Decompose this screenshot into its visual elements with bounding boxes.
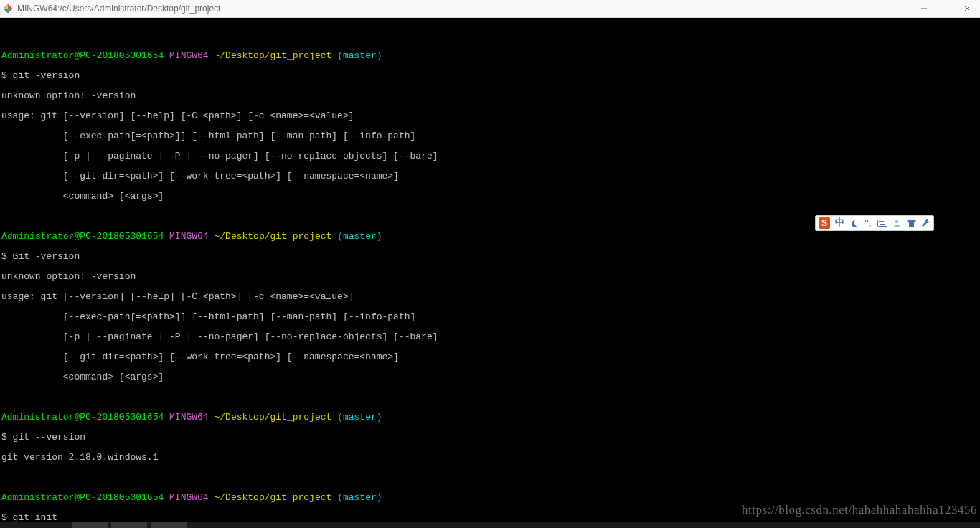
person-icon[interactable]: [892, 218, 902, 228]
svg-marker-3: [4, 4, 8, 9]
prompt-userhost: Administrator@PC-201805301654: [1, 231, 164, 242]
prompt-userhost: Administrator@PC-201805301654: [1, 412, 164, 423]
command-line: $ git --version: [1, 433, 979, 443]
window-title: MINGW64:/c/Users/Administrator/Desktop/g…: [17, 4, 220, 14]
wrench-icon[interactable]: [920, 218, 930, 228]
tshirt-icon[interactable]: [906, 218, 916, 228]
prompt-userhost: Administrator@PC-201805301654: [1, 492, 164, 503]
sogou-logo-icon[interactable]: S: [819, 217, 830, 229]
blank-line: [1, 473, 979, 483]
prompt-userhost: Administrator@PC-201805301654: [1, 50, 164, 61]
moon-icon[interactable]: [849, 218, 859, 228]
output-line: usage: git [--version] [--help] [-C <pat…: [1, 111, 979, 121]
output-line: [--git-dir=<path>] [--work-tree=<path>] …: [1, 352, 979, 362]
command-line: $ Git -version: [1, 252, 979, 262]
output-line: [--exec-path[=<path>]] [--html-path] [--…: [1, 131, 979, 141]
blank-line: [1, 392, 979, 402]
minimize-button[interactable]: [920, 4, 928, 13]
prompt-line: Administrator@PC-201805301654 MINGW64 ~/…: [1, 412, 979, 423]
maximize-button[interactable]: [941, 4, 950, 13]
ime-toolbar[interactable]: S 中 °,: [815, 215, 934, 231]
prompt-path: ~/Desktop/git_project: [214, 50, 331, 61]
title-left: MINGW64:/c/Users/Administrator/Desktop/g…: [3, 4, 220, 14]
prompt-branch: (master): [337, 231, 382, 242]
svg-point-14: [895, 220, 898, 223]
prompt-line: Administrator@PC-201805301654 MINGW64 ~/…: [1, 232, 979, 242]
output-line: unknown option: -version: [1, 272, 979, 282]
output-line: <command> [<args>]: [1, 192, 979, 202]
terminal-line: [1, 31, 979, 41]
prompt-branch: (master): [337, 492, 382, 503]
prompt-path: ~/Desktop/git_project: [214, 412, 331, 423]
output-line: usage: git [--version] [--help] [-C <pat…: [1, 292, 979, 302]
svg-rect-10: [881, 221, 882, 222]
prompt-branch: (master): [337, 412, 382, 423]
prompt-shell: MINGW64: [169, 492, 209, 503]
output-line: git version 2.18.0.windows.1: [1, 453, 979, 463]
output-line: [-p | --paginate | -P | --no-pager] [--n…: [1, 151, 979, 161]
svg-rect-5: [943, 6, 948, 11]
svg-rect-12: [885, 221, 886, 222]
output-line: [-p | --paginate | -P | --no-pager] [--n…: [1, 332, 979, 342]
prompt-line: Administrator@PC-201805301654 MINGW64 ~/…: [1, 493, 979, 503]
command-line: $ git -version: [1, 71, 979, 81]
output-line: unknown option: -version: [1, 91, 979, 101]
prompt-line: Administrator@PC-201805301654 MINGW64 ~/…: [1, 51, 979, 61]
mingw-icon: [3, 4, 13, 14]
prompt-path: ~/Desktop/git_project: [214, 492, 331, 503]
taskbar-sliver: [0, 522, 980, 528]
window-titlebar: MINGW64:/c/Users/Administrator/Desktop/g…: [0, 0, 980, 18]
close-button[interactable]: [963, 4, 971, 13]
punctuation-icon[interactable]: °,: [863, 218, 873, 228]
output-line: <command> [<args>]: [1, 372, 979, 382]
prompt-shell: MINGW64: [169, 50, 209, 61]
svg-rect-8: [878, 220, 887, 227]
output-line: [--git-dir=<path>] [--work-tree=<path>] …: [1, 171, 979, 182]
terminal-output[interactable]: Administrator@PC-201805301654 MINGW64 ~/…: [0, 18, 980, 528]
output-line: [--exec-path[=<path>]] [--html-path] [--…: [1, 312, 979, 322]
prompt-shell: MINGW64: [169, 412, 209, 423]
window-controls: [920, 4, 977, 13]
prompt-shell: MINGW64: [169, 231, 209, 242]
svg-marker-2: [4, 9, 8, 13]
svg-rect-11: [882, 221, 884, 222]
svg-rect-9: [879, 221, 880, 222]
command-line: $ git init: [1, 513, 979, 523]
ime-chinese-toggle[interactable]: 中: [834, 218, 844, 228]
keyboard-icon[interactable]: [877, 218, 887, 228]
svg-marker-1: [8, 4, 12, 9]
prompt-branch: (master): [337, 50, 382, 61]
svg-rect-13: [880, 224, 885, 225]
prompt-path: ~/Desktop/git_project: [214, 231, 331, 242]
